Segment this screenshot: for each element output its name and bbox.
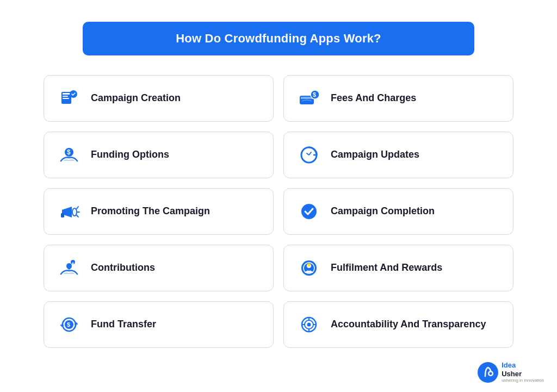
card-funding-options: $ Funding Options: [44, 132, 274, 178]
svg-rect-2: [63, 96, 68, 97]
card-promoting: Promoting The Campaign: [44, 188, 274, 235]
card-label-updates: Campaign Updates: [331, 148, 419, 161]
card-completion: Campaign Completion: [283, 188, 513, 235]
card-label-fees: Fees And Charges: [331, 92, 416, 104]
rewards-icon: [296, 255, 322, 281]
svg-line-17: [77, 215, 78, 217]
campaign-creation-icon: [56, 85, 82, 111]
card-fund-transfer: $ Fund Transfer: [44, 301, 274, 348]
card-label-promoting: Promoting The Campaign: [91, 205, 210, 217]
card-label-accountability: Accountability And Transparency: [331, 318, 486, 331]
svg-rect-1: [63, 93, 70, 95]
svg-line-15: [77, 207, 78, 209]
accountability-icon: [296, 312, 322, 338]
card-campaign-creation: Campaign Creation: [44, 75, 274, 122]
card-contributions: Contributions: [44, 245, 274, 291]
card-fees-charges: $ Fees And Charges: [283, 75, 513, 122]
card-rewards: Fulfilment And Rewards: [283, 245, 513, 291]
campaign-completion-icon: [296, 198, 322, 225]
logo-text: Idea Usher ushering in innovation: [502, 361, 544, 383]
logo-area: Idea Usher ushering in innovation: [478, 361, 544, 383]
svg-point-14: [72, 208, 77, 216]
header-title: How Do Crowdfunding Apps Work?: [115, 32, 442, 46]
card-label-contributions: Contributions: [91, 262, 155, 274]
card-label-rewards: Fulfilment And Rewards: [331, 262, 442, 274]
card-label-fund-transfer: Fund Transfer: [91, 318, 156, 331]
card-label-funding: Funding Options: [91, 148, 169, 161]
fund-transfer-icon: $: [56, 312, 82, 338]
funding-options-icon: $: [56, 142, 82, 168]
fees-icon: $: [296, 85, 322, 111]
cards-grid: Campaign Creation $ Fees And Charges $ F…: [44, 75, 513, 348]
card-label-campaign-creation: Campaign Creation: [91, 92, 181, 104]
svg-rect-13: [61, 213, 64, 217]
card-campaign-updates: Campaign Updates: [283, 132, 513, 178]
contributions-icon: [56, 255, 82, 281]
card-label-completion: Campaign Completion: [331, 205, 435, 217]
svg-point-29: [307, 323, 311, 327]
svg-text:$: $: [67, 148, 71, 156]
svg-rect-3: [63, 98, 69, 99]
svg-point-36: [490, 372, 492, 375]
svg-text:$: $: [313, 91, 316, 98]
svg-point-18: [301, 204, 317, 219]
card-accountability: Accountability And Transparency: [283, 301, 513, 348]
svg-point-34: [478, 362, 498, 383]
logo-icon: [478, 362, 498, 383]
promoting-icon: [56, 198, 82, 225]
svg-text:$: $: [67, 321, 70, 328]
campaign-updates-icon: [296, 142, 322, 168]
header-banner: How Do Crowdfunding Apps Work?: [83, 22, 474, 55]
